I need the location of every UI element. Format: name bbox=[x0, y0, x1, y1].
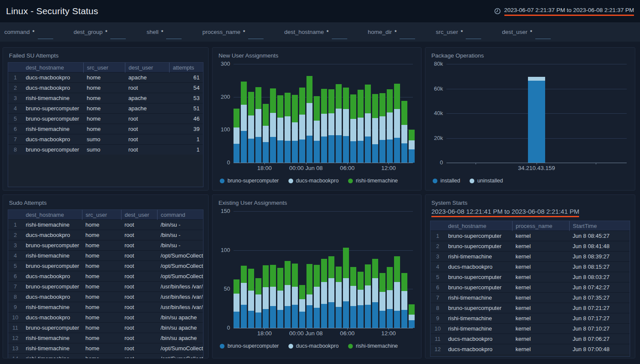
bar-segment-ducs-macbookpro[interactable] bbox=[365, 113, 371, 136]
bar[interactable] bbox=[401, 101, 407, 163]
bar-segment-bruno-supercomputer[interactable] bbox=[343, 301, 349, 328]
bar[interactable] bbox=[255, 87, 261, 163]
bar-segment-bruno-supercomputer[interactable] bbox=[314, 141, 320, 163]
bar-segment-rishi-timemachine[interactable] bbox=[387, 89, 393, 112]
bar-segment-rishi-timemachine[interactable] bbox=[306, 76, 312, 103]
bar[interactable] bbox=[372, 259, 378, 328]
bar-segment-ducs-macbookpro[interactable] bbox=[255, 294, 261, 312]
table-row[interactable]: 4bruno-supercomputerhomeapache51 bbox=[8, 103, 203, 114]
bar-segment-ducs-macbookpro[interactable] bbox=[248, 115, 254, 139]
bar-segment-ducs-macbookpro[interactable] bbox=[379, 116, 385, 140]
bar-segment-rishi-timemachine[interactable] bbox=[314, 96, 320, 121]
bar-segment-bruno-supercomputer[interactable] bbox=[409, 320, 415, 328]
bar[interactable] bbox=[321, 259, 327, 328]
table-row[interactable]: 13rishi-timemachinehomeroot/opt/SumoColl… bbox=[8, 343, 203, 354]
bar-segment-ducs-macbookpro[interactable] bbox=[343, 109, 349, 136]
bar-segment-ducs-macbookpro[interactable] bbox=[314, 121, 320, 141]
bar-segment-ducs-macbookpro[interactable] bbox=[350, 119, 356, 141]
bar-segment-rishi-timemachine[interactable] bbox=[409, 304, 415, 315]
bar-segment-ducs-macbookpro[interactable] bbox=[372, 118, 378, 144]
bar-segment-bruno-supercomputer[interactable] bbox=[248, 139, 254, 163]
bar-segment-bruno-supercomputer[interactable] bbox=[314, 308, 320, 328]
bar[interactable] bbox=[394, 256, 400, 328]
table-row[interactable]: 6rishi-timemachinehomeroot39 bbox=[8, 124, 203, 134]
bar-segment-bruno-supercomputer[interactable] bbox=[394, 138, 400, 163]
bar-segment-bruno-supercomputer[interactable] bbox=[285, 306, 291, 328]
bar[interactable] bbox=[248, 92, 254, 163]
bar-segment-ducs-macbookpro[interactable] bbox=[263, 126, 269, 142]
bar-segment-bruno-supercomputer[interactable] bbox=[321, 136, 327, 163]
bar-segment-ducs-macbookpro[interactable] bbox=[277, 291, 283, 310]
table-row[interactable]: 6bruno-supercomputerkernelJun 8 07:42:27 bbox=[431, 282, 630, 293]
bar-segment-ducs-macbookpro[interactable] bbox=[270, 287, 276, 306]
bar-segment-ducs-macbookpro[interactable] bbox=[277, 118, 283, 140]
bar-segment-rishi-timemachine[interactable] bbox=[321, 259, 327, 282]
table-row[interactable]: 7rishi-timemachinekernelJun 8 07:35:27 bbox=[431, 293, 630, 303]
bar-segment-rishi-timemachine[interactable] bbox=[263, 104, 269, 126]
bar-segment-bruno-supercomputer[interactable] bbox=[350, 306, 356, 328]
bar-segment-rishi-timemachine[interactable] bbox=[255, 278, 261, 294]
bar-segment-ducs-macbookpro[interactable] bbox=[358, 118, 364, 141]
bar-segment-ducs-macbookpro[interactable] bbox=[387, 112, 393, 140]
bar-segment-bruno-supercomputer[interactable] bbox=[241, 305, 247, 328]
bar-segment-bruno-supercomputer[interactable] bbox=[292, 305, 298, 328]
bar-segment-bruno-supercomputer[interactable] bbox=[263, 309, 269, 328]
bar[interactable] bbox=[292, 95, 298, 163]
table-row[interactable]: 3rishi-timemachinekernelJun 8 08:39:27 bbox=[431, 252, 630, 262]
table-row[interactable]: 9rishi-timemachinehomeroot/usr/bin/less … bbox=[8, 302, 203, 312]
bar-segment-bruno-supercomputer[interactable] bbox=[336, 307, 342, 328]
bar[interactable] bbox=[241, 266, 247, 328]
table-row[interactable]: 8ducs-macbookprohomeroot/usr/bin/less /v… bbox=[8, 292, 203, 302]
bar-segment-rishi-timemachine[interactable] bbox=[336, 84, 342, 109]
bar[interactable] bbox=[343, 88, 349, 163]
table-row[interactable]: 10rishi-timemachinekernelJun 8 07:10:27 bbox=[431, 324, 630, 334]
bar-segment-ducs-macbookpro[interactable] bbox=[306, 103, 312, 136]
bar[interactable] bbox=[343, 248, 349, 328]
bar-segment-ducs-macbookpro[interactable] bbox=[285, 285, 291, 306]
bar-segment-bruno-supercomputer[interactable] bbox=[328, 302, 334, 328]
bar-segment-rishi-timemachine[interactable] bbox=[299, 88, 305, 115]
bar-segment-bruno-supercomputer[interactable] bbox=[328, 135, 334, 163]
bar[interactable] bbox=[379, 273, 385, 328]
bar[interactable] bbox=[299, 88, 305, 163]
legend-item-ducs-macbookpro[interactable]: ducs-macbookpro bbox=[288, 343, 339, 349]
bar-segment-bruno-supercomputer[interactable] bbox=[270, 137, 276, 163]
bar[interactable] bbox=[263, 265, 269, 328]
bar-segment-bruno-supercomputer[interactable] bbox=[394, 311, 400, 328]
bar[interactable] bbox=[277, 268, 283, 328]
bar-segment-bruno-supercomputer[interactable] bbox=[387, 309, 393, 328]
bar-segment-bruno-supercomputer[interactable] bbox=[270, 306, 276, 328]
bar[interactable] bbox=[528, 77, 545, 163]
bar-segment-ducs-macbookpro[interactable] bbox=[387, 290, 393, 309]
bar-segment-bruno-supercomputer[interactable] bbox=[234, 144, 240, 163]
bar-segment-rishi-timemachine[interactable] bbox=[372, 259, 378, 278]
bar-segment-ducs-macbookpro[interactable] bbox=[321, 114, 327, 136]
bar[interactable] bbox=[350, 94, 356, 163]
column-header-dest_hostname[interactable]: dest_hostname bbox=[445, 221, 512, 231]
bar-segment-rishi-timemachine[interactable] bbox=[270, 265, 276, 287]
bar-segment-rishi-timemachine[interactable] bbox=[401, 273, 407, 291]
legend-item-rishi-timemachine[interactable]: rishi-timemachine bbox=[348, 343, 398, 349]
bar-segment-rishi-timemachine[interactable] bbox=[328, 256, 334, 278]
bar-segment-ducs-macbookpro[interactable] bbox=[314, 287, 320, 308]
bar-segment-rishi-timemachine[interactable] bbox=[321, 89, 327, 114]
bar-segment-rishi-timemachine[interactable] bbox=[234, 109, 240, 127]
table-row[interactable]: 3bruno-supercomputerhomeroot/bin/su - bbox=[8, 240, 203, 251]
table-row[interactable]: 8bruno-supercomputerkernelJun 8 07:21:27 bbox=[431, 303, 630, 313]
bar-segment-rishi-timemachine[interactable] bbox=[248, 269, 254, 291]
table-row[interactable]: 7bruno-supercomputerhomeroot/usr/bin/les… bbox=[8, 282, 203, 292]
bar[interactable] bbox=[285, 93, 291, 163]
bar-segment-ducs-macbookpro[interactable] bbox=[241, 283, 247, 305]
bar-segment-ducs-macbookpro[interactable] bbox=[328, 113, 334, 135]
bar-segment-bruno-supercomputer[interactable] bbox=[248, 311, 254, 328]
bar-segment-bruno-supercomputer[interactable] bbox=[277, 310, 283, 328]
bar-segment-uninstalled[interactable] bbox=[528, 77, 545, 81]
column-header-command[interactable]: command bbox=[157, 210, 203, 220]
bar-segment-ducs-macbookpro[interactable] bbox=[255, 109, 261, 137]
bar-segment-bruno-supercomputer[interactable] bbox=[234, 312, 240, 328]
bar-segment-rishi-timemachine[interactable] bbox=[336, 267, 342, 282]
table-row[interactable]: 8bruno-supercomputersumoroot1 bbox=[8, 145, 203, 155]
column-header-attempts[interactable]: attempts bbox=[169, 63, 203, 73]
bar-segment-rishi-timemachine[interactable] bbox=[372, 94, 378, 118]
bar-segment-ducs-macbookpro[interactable] bbox=[401, 291, 407, 310]
